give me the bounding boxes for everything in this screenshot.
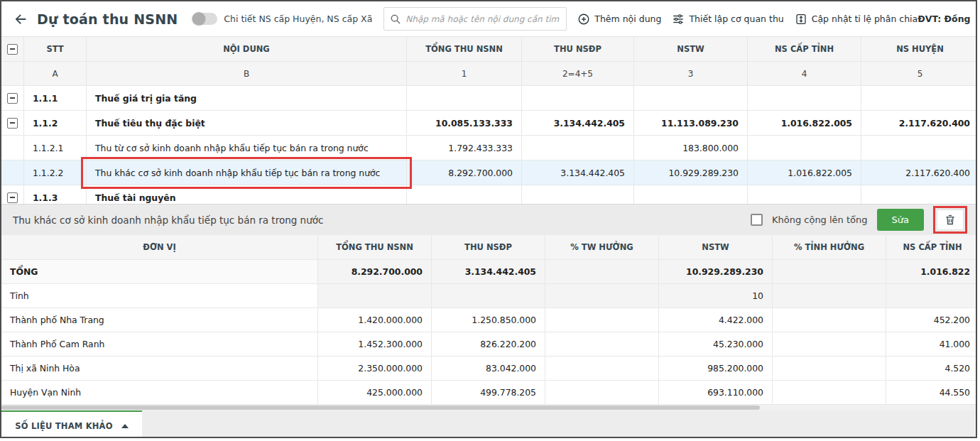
row-value: 183.800.000 [634,136,748,160]
expander-cell [1,136,24,160]
column-header: TỔNG THU NSNN [407,37,522,61]
subheader-cell: 3 [634,62,748,85]
minus-glyph [10,197,15,198]
add-content-button[interactable]: Thêm nội dung [577,13,661,26]
row-value [773,381,886,404]
row-name: Thuế giá trị gia tăng [87,86,407,110]
search-icon [390,13,401,25]
search-box[interactable] [383,7,567,31]
row-value: 3.134.442.405 [432,260,545,283]
row-name: TỔNG [1,260,318,283]
row-value: 83.042.000 [432,356,545,380]
row-value [748,185,861,204]
row-name: Huyện Vạn Ninh [1,381,318,404]
update-ratio-button[interactable]: Cập nhật tỉ lệ phân chia [795,13,918,26]
main-table-subheader-row: AB12=4+5345 [1,62,976,86]
table-row[interactable]: 1.1.2.1Thu từ cơ sở kinh doanh nhập khẩu… [1,136,976,160]
plus-circle-icon [577,13,590,26]
column-header: NS CẤP TỈNH [748,37,861,61]
row-name: Thành Phố Cam Ranh [1,332,318,356]
expander-header-cell [1,37,24,61]
top-toolbar: Dự toán thu NSNN Chi tiết NS cấp Huyện, … [1,1,976,37]
toggle-knob [192,12,205,25]
main-table-header-row: STTNỘI DUNGTỔNG THU NSNNTHU NSĐPNSTWNS C… [1,37,976,62]
sliders-icon [672,13,685,26]
detail-level-toggle[interactable] [192,13,217,25]
row-name: Thành phố Nha Trang [1,308,318,332]
row-stt: 1.1.2.1 [24,136,87,160]
table-row[interactable]: TỔNG8.292.700.0003.134.442.40510.929.289… [1,260,976,284]
column-header: % TW HƯỞNG [545,235,659,259]
edit-button[interactable]: Sửa [877,209,924,231]
row-value: 45.230.000 [659,332,773,356]
setup-collecting-agency-button[interactable]: Thiết lập cơ quan thu [672,13,783,26]
row-value [522,86,634,110]
row-value [318,284,432,307]
row-value: 3.134.442.405 [522,160,634,185]
table-row[interactable]: Huyện Vạn Ninh425.000.000499.778.205693.… [1,381,976,405]
expander-cell [1,111,24,135]
table-row[interactable]: Thành Phố Cam Ranh1.452.300.000826.220.2… [1,332,976,356]
row-value [773,356,886,380]
row-value [861,86,976,110]
row-value: 1.016.822.005 [748,111,861,135]
table-row[interactable]: Thị xã Ninh Hòa2.350.000.00083.042.00098… [1,356,976,381]
table-row[interactable]: 1.1.2.2Thu khác cơ sở kinh doanh nhập kh… [1,160,976,185]
row-value [634,185,748,204]
table-row[interactable]: Thành phố Nha Trang1.420.000.0001.250.85… [1,308,976,332]
row-value [773,260,886,283]
collapse-icon[interactable] [7,192,18,203]
row-value: 499.778.205 [432,381,545,404]
collapse-icon[interactable] [7,118,18,129]
row-value: 4.422.000 [659,308,773,332]
subheader-cell: 2=4+5 [522,62,634,85]
footer-bar: SỐ LIỆU THAM KHẢO [1,410,976,438]
detail-table-header-row: ĐƠN VỊTỔNG THU NSNNTHU NSĐP% TW HƯỞNGNST… [1,235,976,260]
page-title: Dự toán thu NSNN [37,11,178,27]
row-value: 10.085.133.333 [407,111,522,135]
collapse-icon[interactable] [7,93,18,104]
collapse-icon[interactable] [7,44,18,55]
annotation-box-delete [933,206,967,234]
row-value: 826.220.200 [432,332,545,356]
row-value: 4.520 [886,356,977,380]
table-row[interactable]: Tỉnh10 [1,284,976,308]
row-stt: 1.1.2.2 [24,160,87,185]
row-value [545,356,659,380]
subheader-cell: 4 [748,62,861,85]
row-value [545,308,659,332]
row-value: 985.200.000 [659,356,773,380]
setup-collecting-agency-label: Thiết lập cơ quan thu [689,13,783,24]
search-input[interactable] [405,14,560,24]
row-value: 10.929.289.230 [659,260,773,283]
horizontal-scrollbar-thumb[interactable] [1,405,760,410]
column-header: NỘI DUNG [87,37,407,61]
table-row[interactable]: 1.1.2Thuế tiêu thụ đặc biệt10.085.133.33… [1,111,976,136]
table-row[interactable]: 1.1.3Thuế tài nguyên [1,185,976,204]
district-breakdown-table: ĐƠN VỊTỔNG THU NSNNTHU NSĐP% TW HƯỞNGNST… [1,235,976,405]
expander-cell [1,185,24,204]
subheader-cell [1,62,24,85]
row-value [545,381,659,404]
row-value [773,308,886,332]
row-value: 1.420.000.000 [318,308,432,332]
back-arrow-icon[interactable] [13,10,28,28]
column-header: NSTW [634,37,748,61]
row-name: Thuế tài nguyên [87,185,407,204]
row-value [407,185,522,204]
row-value: 425.000.000 [318,381,432,404]
row-value: 8.292.700.000 [318,260,432,283]
reference-data-tab-label: SỐ LIỆU THAM KHẢO [15,421,112,431]
delete-button[interactable] [937,209,964,230]
row-value: 8.292.700.000 [407,160,522,185]
table-row[interactable]: 1.1.1Thuế giá trị gia tăng [1,86,976,111]
row-value [522,136,634,160]
column-header: STT [24,37,87,61]
exclude-from-total-checkbox[interactable] [751,214,763,226]
column-header: THU NSĐP [432,235,545,259]
row-value: 1.016.822 [886,260,977,283]
row-value [773,332,886,356]
add-content-label: Thêm nội dung [594,13,661,24]
reference-data-tab[interactable]: SỐ LIỆU THAM KHẢO [1,410,142,438]
row-value: 2.117.620.400 [861,160,976,185]
